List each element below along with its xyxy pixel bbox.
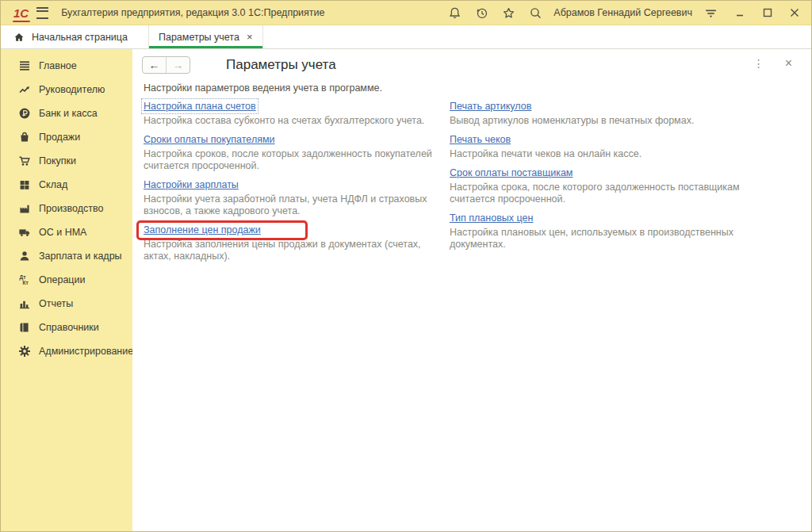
settings-link-customer-payment-terms[interactable]: Сроки оплаты покупателями	[144, 134, 275, 145]
sidebar-item-manager[interactable]: Руководителю	[1, 78, 132, 101]
sidebar-item-bank-cash[interactable]: Банк и касса	[1, 101, 132, 125]
sidebar-item-administration[interactable]: Администрирование	[1, 339, 132, 363]
settings-item: Сроки оплаты покупателямиНастройка сроко…	[144, 134, 437, 172]
sidebar-item-purchases[interactable]: Покупки	[1, 149, 132, 173]
factory-icon	[18, 202, 31, 215]
svg-text:Кт: Кт	[23, 280, 29, 285]
settings-link-salary-settings[interactable]: Настройки зарплаты	[144, 179, 239, 190]
settings-link-description: Настройки учета заработной платы, учета …	[144, 193, 437, 217]
settings-link-sales-price-filling[interactable]: Заполнение цен продажи	[144, 224, 261, 235]
search-icon[interactable]	[528, 6, 542, 20]
tab-accounting-parameters[interactable]: Параметры учета ×	[148, 25, 263, 48]
sidebar-item-label: Продажи	[39, 132, 80, 143]
trend-icon	[18, 83, 31, 96]
close-icon[interactable]	[789, 7, 800, 18]
sidebar-item-label: Операции	[39, 274, 85, 285]
page-subtitle: Настройки параметров ведения учета в про…	[144, 82, 800, 94]
minimize-icon[interactable]	[735, 7, 746, 18]
sidebar-item-main[interactable]: Главное	[1, 54, 132, 78]
settings-column-left: Настройка плана счетовНастройка состава …	[144, 101, 437, 270]
sidebar-item-label: Справочники	[39, 322, 99, 333]
close-form-icon[interactable]: ×	[785, 57, 792, 70]
section-sidebar: ГлавноеРуководителюБанк и кассаПродажиПо…	[1, 49, 132, 531]
book-icon	[18, 321, 31, 334]
settings-link-print-articles[interactable]: Печать артикулов	[450, 101, 531, 112]
settings-link-description: Настройка срока, после которого задолжен…	[450, 182, 755, 205]
sidebar-item-warehouse[interactable]: Склад	[1, 173, 132, 197]
settings-link-chart-of-accounts[interactable]: Настройка плана счетов	[144, 101, 256, 112]
tab-close-icon[interactable]: ×	[247, 32, 253, 42]
sidebar-item-operations[interactable]: ДтКтОперации	[1, 268, 132, 292]
sidebar-item-label: Покупки	[39, 155, 76, 166]
menu-icon	[18, 59, 31, 72]
main-menu-icon[interactable]	[36, 7, 48, 19]
settings-item: Настройки зарплатыНастройки учета зарабо…	[144, 179, 437, 217]
tab-label: Параметры учета	[159, 32, 239, 43]
sidebar-item-salary-hr[interactable]: Зарплата и кадры	[1, 244, 132, 268]
forward-button[interactable]: →	[167, 57, 190, 73]
settings-item: Печать артикуловВывод артикулов номенкла…	[450, 101, 755, 127]
tab-home[interactable]: Начальная страница	[1, 25, 148, 48]
app-title: Бухгалтерия предприятия, редакция 3.0 1С…	[61, 7, 324, 18]
bell-icon[interactable]	[447, 6, 462, 20]
settings-link-description: Настройка сроков, после которых задолжен…	[144, 148, 437, 172]
window-controls	[735, 7, 800, 18]
home-icon	[13, 32, 25, 43]
sidebar-item-directories[interactable]: Справочники	[1, 316, 132, 339]
back-button[interactable]: ←	[143, 57, 167, 73]
service-menu-icon[interactable]	[703, 6, 718, 20]
tab-bar: Начальная страница Параметры учета ×	[1, 25, 811, 49]
sidebar-item-label: Производство	[39, 203, 104, 214]
grid-icon	[18, 178, 31, 191]
1c-logo-icon: 1С	[13, 7, 29, 19]
sidebar-item-label: Администрирование	[39, 346, 133, 357]
settings-item: Тип плановых ценНастройка плановых цен, …	[450, 212, 755, 251]
sidebar-item-label: Отчеты	[39, 298, 73, 309]
more-actions-icon[interactable]: ⋮	[753, 58, 764, 69]
sidebar-item-label: Банк и касса	[39, 108, 98, 119]
sidebar-item-label: Руководителю	[39, 84, 105, 95]
sidebar-item-label: Склад	[39, 179, 67, 190]
truck-icon	[18, 226, 31, 239]
settings-item: Печать чековНастройка печати чеков на он…	[450, 134, 755, 160]
settings-link-print-receipts[interactable]: Печать чеков	[450, 134, 511, 145]
nav-buttons: ← →	[142, 56, 190, 74]
settings-item: Настройка плана счетовНастройка состава …	[144, 101, 437, 127]
sidebar-item-label: Зарплата и кадры	[39, 251, 122, 262]
dtkt-icon: ДтКт	[18, 274, 31, 286]
sidebar-item-os-nma[interactable]: ОС и НМА	[1, 220, 132, 244]
settings-link-supplier-payment-terms[interactable]: Срок оплаты поставщикам	[450, 167, 573, 178]
app-window: 1С Бухгалтерия предприятия, редакция 3.0…	[0, 0, 812, 532]
tab-home-label: Начальная страница	[32, 32, 128, 43]
settings-link-description: Вывод артикулов номенклатуры в печатных …	[450, 115, 755, 127]
sidebar-item-label: ОС и НМА	[39, 227, 86, 238]
gear-icon	[18, 345, 31, 358]
ruble-icon	[18, 107, 31, 120]
current-user[interactable]: Абрамов Геннадий Сергеевич	[553, 7, 692, 18]
settings-item: Заполнение цен продажиНастройка заполнен…	[144, 224, 437, 262]
star-icon[interactable]	[501, 6, 515, 20]
settings-link-description: Настройка состава субконто на счетах бух…	[144, 115, 437, 127]
page-title: Параметры учета	[226, 57, 336, 73]
settings-link-description: Настройка печати чеков на онлайн кассе.	[450, 148, 755, 160]
sidebar-item-production[interactable]: Производство	[1, 197, 132, 220]
settings-item: Срок оплаты поставщикамНастройка срока, …	[450, 167, 755, 205]
bag-icon	[18, 131, 31, 144]
cart-icon	[18, 155, 31, 167]
chart-icon	[18, 297, 31, 310]
sidebar-item-reports[interactable]: Отчеты	[1, 292, 132, 316]
sidebar-item-sales[interactable]: Продажи	[1, 125, 132, 149]
settings-link-description: Настройка заполнения цены продажи в доку…	[144, 239, 437, 262]
maximize-icon[interactable]	[762, 7, 773, 18]
content-area: ← → Параметры учета ⋮ × Настройки параме…	[132, 49, 811, 531]
title-bar: 1С Бухгалтерия предприятия, редакция 3.0…	[1, 1, 811, 25]
sidebar-item-label: Главное	[39, 60, 77, 71]
settings-column-right: Печать артикуловВывод артикулов номенкла…	[450, 101, 755, 270]
person-icon	[18, 250, 31, 262]
history-icon[interactable]	[474, 6, 488, 20]
settings-link-planned-price-type[interactable]: Тип плановых цен	[450, 212, 533, 224]
settings-link-description: Настройка плановых цен, используемых в п…	[450, 227, 755, 251]
